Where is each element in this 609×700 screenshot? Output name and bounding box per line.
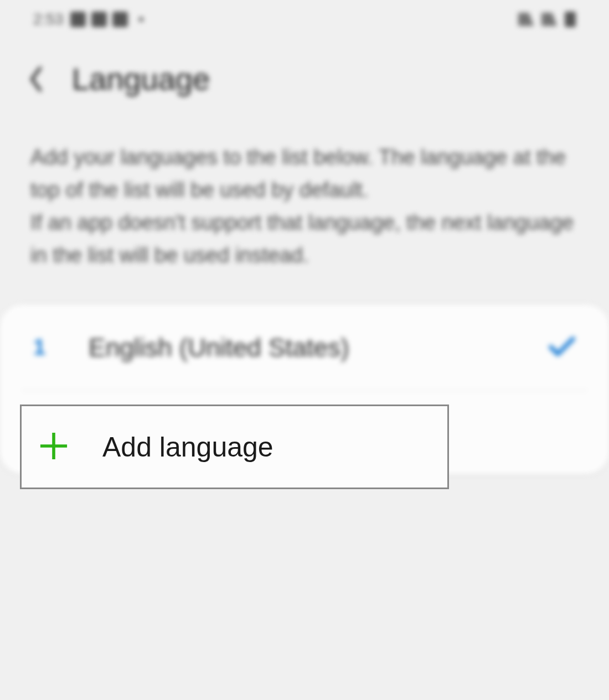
more-notifications-icon: [139, 17, 143, 22]
status-system-icons: [518, 12, 576, 27]
message-icon: [91, 12, 107, 27]
description-text: Add your languages to the list below. Th…: [0, 125, 609, 305]
status-notification-icons: [70, 12, 143, 27]
selected-check-icon: [548, 336, 576, 359]
add-language-button[interactable]: Add language: [20, 405, 449, 489]
status-bar: 2:53: [0, 0, 609, 39]
language-name: English (United States): [89, 333, 515, 362]
description-line-1: Add your languages to the list below. Th…: [30, 141, 579, 206]
app-icon: [112, 12, 128, 27]
battery-icon: [565, 12, 576, 27]
language-order-number: 1: [33, 335, 55, 360]
notification-icon: [70, 12, 86, 27]
page-title: Language: [72, 61, 210, 97]
status-time: 2:53: [33, 11, 64, 28]
back-button[interactable]: [28, 65, 50, 93]
description-line-2: If an app doesn't support that language,…: [30, 206, 579, 272]
wifi-icon: [518, 13, 534, 26]
add-language-label: Add language: [102, 431, 273, 463]
language-row[interactable]: 1 English (United States): [0, 305, 609, 390]
signal-icon: [541, 13, 557, 26]
chevron-left-icon: [28, 65, 44, 93]
plus-icon: [38, 431, 69, 464]
